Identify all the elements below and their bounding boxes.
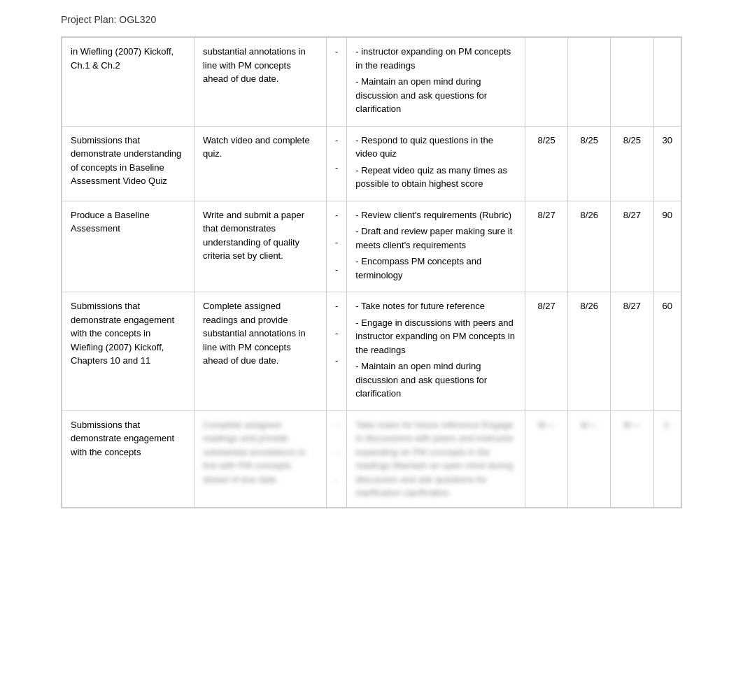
row2-description: Submissions that demonstrate understandi… xyxy=(62,126,194,201)
row5-open: 8/--- xyxy=(525,410,567,507)
row3-activity: Write and submit a paper that demonstrat… xyxy=(194,201,326,292)
row3-points: 90 xyxy=(653,201,681,292)
table-row: in Wiefling (2007) Kickoff, Ch.1 & Ch.2 … xyxy=(62,38,681,127)
row5-points: 1- xyxy=(653,410,681,507)
row4-description: Submissions that demonstrate engagement … xyxy=(62,292,194,411)
row5-description-text: Submissions that demonstrate engagement … xyxy=(71,420,174,457)
row1-tip1: instructor expanding on PM concepts in t… xyxy=(355,45,516,72)
row3-tips: Review client's requirements (Rubric) Dr… xyxy=(347,201,525,292)
row3-open: 8/27 xyxy=(525,201,567,292)
row5-submit: 8/--- xyxy=(611,410,653,507)
table-container: in Wiefling (2007) Kickoff, Ch.1 & Ch.2 … xyxy=(61,36,682,508)
row2-due: 8/25 xyxy=(568,126,611,201)
row4-tips: Take notes for future reference Engage i… xyxy=(347,292,525,411)
page-title: Project Plan: OGL320 xyxy=(0,0,743,36)
row2-open: 8/25 xyxy=(525,126,567,201)
row2-tip1: Respond to quiz questions in the video q… xyxy=(355,134,516,161)
row1-description: in Wiefling (2007) Kickoff, Ch.1 & Ch.2 xyxy=(62,38,194,127)
row2-points: 30 xyxy=(653,126,681,201)
row3-dash: --- xyxy=(326,201,346,292)
row5-dash: --- xyxy=(326,410,346,507)
row1-submit xyxy=(611,38,653,127)
row1-due xyxy=(568,38,611,127)
table-row: Submissions that demonstrate engagement … xyxy=(62,410,681,507)
row1-dash1: - xyxy=(326,38,346,127)
row3-due: 8/26 xyxy=(568,201,611,292)
row5-tips: Take notes for future reference Engage i… xyxy=(347,410,525,507)
row4-tip1: Take notes for future reference xyxy=(355,299,516,313)
row5-description: Submissions that demonstrate engagement … xyxy=(62,410,194,507)
row4-open: 8/27 xyxy=(525,292,567,411)
row2-submit: 8/25 xyxy=(611,126,653,201)
row3-tip2: Draft and review paper making sure it me… xyxy=(355,224,516,252)
row4-due: 8/26 xyxy=(568,292,611,411)
row4-dash: --- xyxy=(326,292,346,411)
row1-tips: instructor expanding on PM concepts in t… xyxy=(347,38,525,127)
row3-description: Produce a Baseline Assessment xyxy=(62,201,194,292)
row4-activity: Complete assigned readings and provide s… xyxy=(194,292,326,411)
row1-open xyxy=(525,38,567,127)
row4-submit: 8/27 xyxy=(611,292,653,411)
row2-tip2: Repeat video quiz as many times as possi… xyxy=(355,164,516,191)
row2-dash: -- xyxy=(326,126,346,201)
row1-points xyxy=(653,38,681,127)
row1-activity: substantial annotations in line with PM … xyxy=(194,38,326,127)
row4-tip3: Maintain an open mind during discussion … xyxy=(355,359,516,401)
row5-due: 8/--- xyxy=(568,410,611,507)
row4-points: 60 xyxy=(653,292,681,411)
row3-tip1: Review client's requirements (Rubric) xyxy=(355,208,516,222)
row3-submit: 8/27 xyxy=(611,201,653,292)
table-row: Submissions that demonstrate engagement … xyxy=(62,292,681,411)
project-table: in Wiefling (2007) Kickoff, Ch.1 & Ch.2 … xyxy=(62,37,681,508)
row3-tip3: Encompass PM concepts and terminology xyxy=(355,255,516,282)
row5-activity: Complete assigned readings and provide s… xyxy=(194,410,326,507)
row2-activity: Watch video and complete quiz. xyxy=(194,126,326,201)
row4-tip2: Engage in discussions with peers and ins… xyxy=(355,316,516,357)
table-row: Submissions that demonstrate understandi… xyxy=(62,126,681,201)
row1-tip2: Maintain an open mind during discussion … xyxy=(355,75,516,116)
table-row: Produce a Baseline Assessment Write and … xyxy=(62,201,681,292)
row2-tips: Respond to quiz questions in the video q… xyxy=(347,126,525,201)
